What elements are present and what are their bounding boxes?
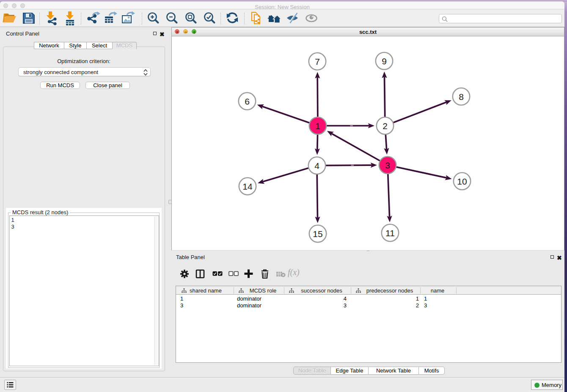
svg-text:2: 2 <box>383 121 388 131</box>
svg-text:4: 4 <box>314 161 319 171</box>
svg-text:9: 9 <box>382 56 387 66</box>
svg-text:8: 8 <box>459 92 464 102</box>
svg-text:6: 6 <box>245 97 250 106</box>
svg-text:10: 10 <box>457 177 467 186</box>
svg-text:1: 1 <box>315 121 320 131</box>
svg-text:15: 15 <box>313 229 322 239</box>
svg-text:3: 3 <box>385 160 390 170</box>
svg-text:11: 11 <box>385 228 395 238</box>
svg-text:14: 14 <box>242 182 253 191</box>
svg-text:7: 7 <box>315 57 320 66</box>
